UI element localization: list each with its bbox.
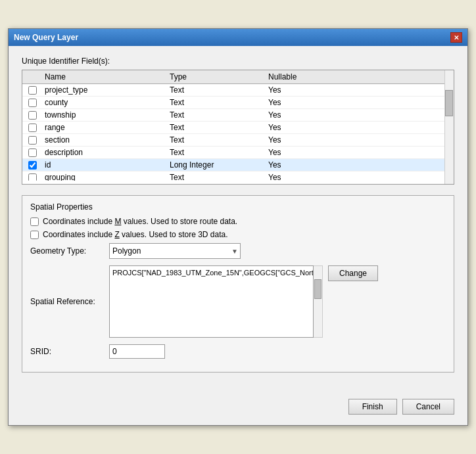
spatial-ref-scrollbar[interactable]: [314, 265, 323, 338]
scrollbar-thumb[interactable]: [445, 90, 453, 116]
td-check-3: [22, 124, 42, 132]
table-row[interactable]: description Text Yes: [22, 147, 454, 159]
spatial-reference-label: Spatial Reference:: [30, 297, 109, 306]
row-checkbox-2[interactable]: [28, 111, 37, 120]
spatial-ref-wrapper: PROJCS["NAD_1983_UTM_Zone_15N",GEOGCS["G…: [109, 265, 378, 338]
table-scrollbar[interactable]: [444, 70, 454, 184]
table-row[interactable]: section Text Yes: [22, 134, 454, 147]
td-name-5: description: [42, 148, 167, 157]
td-type-2: Text: [167, 110, 266, 120]
spatial-reference-row: Spatial Reference: PROJCS["NAD_1983_UTM_…: [30, 265, 446, 338]
td-check-0: [22, 86, 42, 95]
m-values-checkbox[interactable]: [30, 217, 39, 226]
spatial-ref-thumb[interactable]: [314, 279, 321, 299]
td-check-1: [22, 99, 42, 107]
row-checkbox-7[interactable]: [28, 173, 37, 181]
row-checkbox-6[interactable]: [28, 161, 37, 170]
td-nullable-5: Yes: [266, 148, 345, 157]
geometry-type-select-wrapper: Polygon Point Multipoint Polyline MultiP…: [109, 243, 241, 259]
td-type-7: Text: [167, 173, 266, 181]
row-checkbox-4[interactable]: [28, 136, 37, 145]
close-button[interactable]: ✕: [450, 32, 462, 43]
td-name-6: id: [42, 160, 167, 170]
cancel-button[interactable]: Cancel: [402, 399, 454, 415]
table-header: Name Type Nullable: [22, 70, 454, 84]
row-checkbox-1[interactable]: [28, 99, 37, 107]
geometry-type-select[interactable]: Polygon Point Multipoint Polyline MultiP…: [109, 243, 241, 259]
th-type: Type: [167, 72, 266, 81]
spatial-properties-section: Spatial Properties Coordinates include M…: [22, 195, 454, 373]
table-row[interactable]: township Text Yes: [22, 109, 454, 122]
title-bar: New Query Layer ✕: [9, 29, 467, 46]
td-name-2: township: [42, 110, 167, 120]
table-row[interactable]: county Text Yes: [22, 97, 454, 109]
srid-row: SRID:: [30, 344, 446, 359]
footer: Finish Cancel: [9, 392, 467, 425]
close-icon: ✕: [454, 34, 459, 41]
spatial-reference-text: PROJCS["NAD_1983_UTM_Zone_15N",GEOGCS["G…: [109, 265, 314, 338]
td-nullable-1: Yes: [266, 98, 345, 107]
unique-identifier-label: Unique Identifier Field(s):: [22, 57, 454, 66]
z-values-row: Coordinates include Z values. Used to st…: [30, 230, 446, 239]
table-row[interactable]: range Text Yes: [22, 122, 454, 134]
td-nullable-7: Yes: [266, 173, 345, 181]
td-nullable-2: Yes: [266, 110, 345, 120]
table-row[interactable]: grouping Text Yes: [22, 171, 454, 181]
srid-input[interactable]: [109, 344, 165, 359]
td-name-3: range: [42, 123, 167, 132]
spatial-ref-container: PROJCS["NAD_1983_UTM_Zone_15N",GEOGCS["G…: [109, 265, 323, 338]
td-nullable-3: Yes: [266, 123, 345, 132]
row-checkbox-3[interactable]: [28, 124, 37, 132]
td-type-5: Text: [167, 148, 266, 157]
z-values-checkbox[interactable]: [30, 231, 39, 239]
td-name-0: project_type: [42, 85, 167, 95]
td-name-4: section: [42, 135, 167, 145]
finish-button[interactable]: Finish: [348, 399, 397, 415]
row-checkbox-0[interactable]: [28, 86, 37, 95]
td-type-3: Text: [167, 123, 266, 132]
m-values-text: Coordinates include M values. Used to st…: [43, 217, 237, 226]
td-name-1: county: [42, 98, 167, 107]
td-check-5: [22, 148, 42, 157]
td-check-7: [22, 173, 42, 181]
new-query-layer-dialog: New Query Layer ✕ Unique Identifier Fiel…: [8, 28, 468, 426]
row-checkbox-5[interactable]: [28, 148, 37, 157]
td-type-1: Text: [167, 98, 266, 107]
td-nullable-4: Yes: [266, 135, 345, 145]
td-nullable-0: Yes: [266, 85, 345, 95]
dialog-body: Unique Identifier Field(s): Name Type Nu…: [9, 46, 467, 392]
td-nullable-6: Yes: [266, 160, 345, 170]
td-check-2: [22, 111, 42, 120]
geometry-type-label: Geometry Type:: [30, 246, 109, 256]
z-values-text: Coordinates include Z values. Used to st…: [43, 230, 228, 239]
z-underline: Z: [114, 230, 119, 239]
srid-label: SRID:: [30, 347, 109, 356]
td-check-4: [22, 136, 42, 145]
table-rows: project_type Text Yes county Text Yes to…: [22, 84, 454, 181]
spatial-properties-title: Spatial Properties: [30, 202, 446, 212]
th-name: Name: [42, 72, 167, 81]
td-name-7: grouping: [42, 173, 167, 181]
m-underline: M: [114, 217, 121, 226]
table-row[interactable]: project_type Text Yes: [22, 84, 454, 97]
table-row[interactable]: id Long Integer Yes: [22, 159, 454, 171]
geometry-type-row: Geometry Type: Polygon Point Multipoint …: [30, 243, 446, 259]
dialog-title: New Query Layer: [14, 33, 78, 42]
m-values-row: Coordinates include M values. Used to st…: [30, 217, 446, 226]
td-type-4: Text: [167, 135, 266, 145]
th-nullable: Nullable: [266, 72, 345, 81]
td-type-6: Long Integer: [167, 160, 266, 170]
td-type-0: Text: [167, 85, 266, 95]
td-check-6: [22, 161, 42, 170]
field-table: Name Type Nullable project_type Text Yes…: [22, 70, 454, 185]
th-check: [22, 72, 42, 81]
change-button[interactable]: Change: [328, 265, 378, 281]
